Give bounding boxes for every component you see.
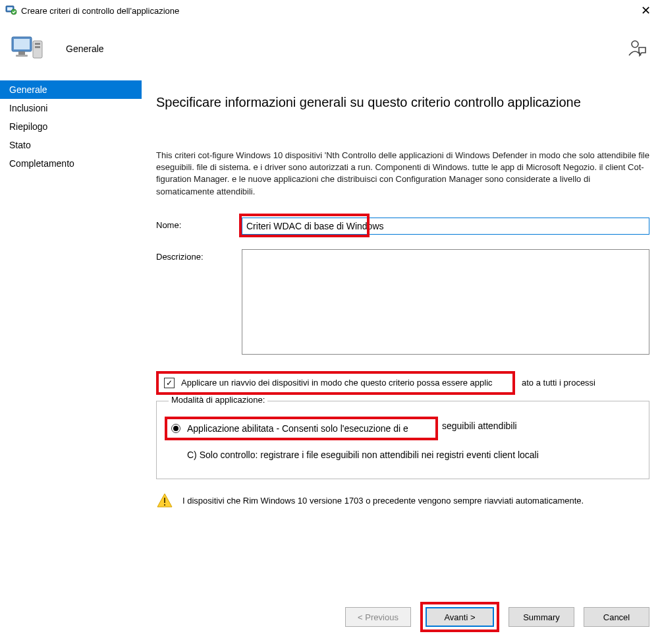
radio-icon: [171, 424, 180, 433]
sidebar-item-generale[interactable]: Generale: [0, 80, 142, 99]
sidebar-item-label: Generale: [9, 84, 47, 95]
fieldset-legend: Modalità di applicazione:: [169, 395, 267, 405]
next-button[interactable]: Avanti >: [426, 607, 494, 627]
app-icon: [5, 4, 17, 18]
header-band: Generale: [0, 21, 660, 80]
window-title: Creare criteri di controllo dell'applica…: [21, 6, 638, 16]
name-input[interactable]: [242, 218, 649, 235]
page-title: Generale: [66, 44, 626, 54]
svg-rect-12: [164, 504, 165, 506]
warning-row: I dispositivi che Rim Windows 10 version…: [156, 492, 649, 510]
sidebar-item-label: Inclusioni: [9, 103, 47, 113]
previous-button: < Previous: [345, 607, 411, 627]
description-label: Descrizione:: [156, 249, 242, 262]
sidebar-item-stato[interactable]: Stato: [0, 136, 142, 154]
sidebar-item-label: Completamento: [9, 158, 74, 169]
svg-point-2: [11, 9, 16, 15]
svg-point-10: [632, 41, 638, 47]
sidebar-item-inclusioni[interactable]: Inclusioni: [0, 99, 142, 117]
radio-enforcement-enabled[interactable]: Applicazione abilitata - Consenti solo l…: [165, 417, 438, 440]
summary-button[interactable]: Summary: [509, 607, 574, 627]
checkbox-label: Applicare un riavvio dei dispositivi in …: [181, 378, 493, 388]
feedback-icon[interactable]: [626, 38, 647, 59]
sidebar-item-riepilogo[interactable]: Riepilogo: [0, 117, 142, 136]
checkbox-icon: ✓: [164, 378, 175, 388]
main-heading: Specificare informazioni generali su que…: [156, 95, 649, 110]
svg-rect-9: [35, 46, 40, 48]
description-row: Descrizione:: [156, 249, 649, 357]
svg-rect-6: [16, 55, 28, 57]
name-label: Nome:: [156, 218, 242, 230]
sidebar-item-label: Stato: [9, 140, 31, 150]
warning-icon: [156, 492, 173, 510]
svg-rect-8: [35, 43, 40, 45]
svg-rect-4: [14, 39, 30, 49]
cancel-button[interactable]: Cancel: [584, 607, 649, 627]
radio-audit-only[interactable]: C) Solo controllo: registrare i file ese…: [171, 450, 637, 460]
wizard-sidebar: Generale Inclusioni Riepilogo Stato Comp…: [0, 80, 142, 644]
enforce-restart-checkbox[interactable]: ✓ Applicare un riavvio dei dispositivi i…: [156, 371, 515, 395]
close-icon[interactable]: ✕: [638, 3, 653, 18]
radio-icon: [171, 450, 180, 459]
svg-rect-5: [18, 51, 25, 55]
description-input[interactable]: [242, 249, 649, 355]
radio-label: Applicazione abilitata - Consenti solo l…: [187, 423, 408, 434]
button-bar: < Previous Avanti > Summary Cancel: [345, 602, 649, 632]
titlebar: Creare criteri di controllo dell'applica…: [0, 0, 660, 21]
sidebar-item-label: Riepilogo: [9, 121, 47, 132]
radio-label: C) Solo controllo: registrare i file ese…: [187, 450, 539, 460]
warning-text: I dispositivi che Rim Windows 10 version…: [182, 496, 584, 506]
enforcement-mode-fieldset: Modalità di applicazione: Applicazione a…: [156, 401, 649, 479]
highlight-box: Avanti >: [420, 602, 499, 632]
sidebar-item-completamento[interactable]: Completamento: [0, 154, 142, 173]
computer-icon: [9, 30, 46, 67]
svg-rect-11: [164, 498, 165, 503]
intro-text: This criteri cot-figure Windows 10 dispo…: [156, 150, 649, 198]
checkbox-label-tail: ato a tutti i processi: [522, 378, 595, 388]
main-panel: Specificare informazioni generali su que…: [142, 80, 660, 644]
radio-label-tail: seguibili attendibili: [442, 421, 517, 431]
name-row: Nome:: [156, 218, 649, 235]
